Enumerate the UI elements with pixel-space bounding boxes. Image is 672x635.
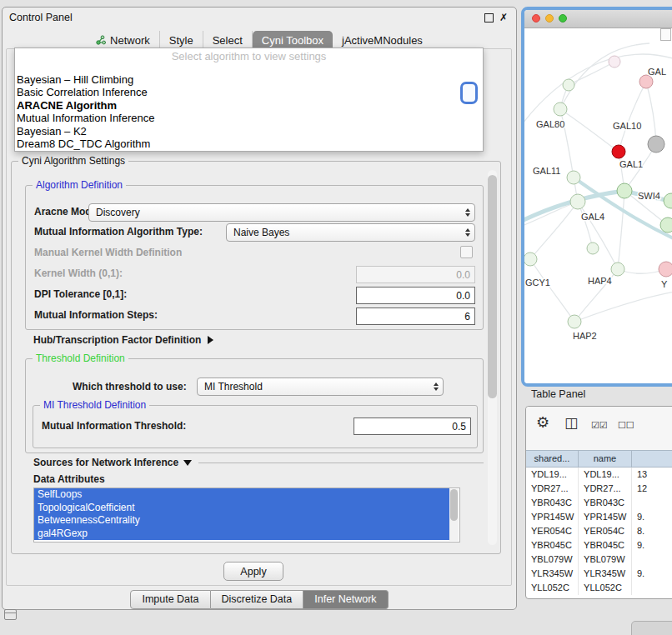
tab-style[interactable]: Style <box>160 31 203 49</box>
network-window-titlebar[interactable] <box>524 10 672 28</box>
network-node-y[interactable] <box>659 262 672 277</box>
mi-type-label: Mutual Information Algorithm Type: <box>34 226 203 238</box>
table-row[interactable]: YBR045CYBR045C9. <box>526 538 672 552</box>
network-node-gcy1[interactable] <box>524 252 537 266</box>
table-row[interactable]: YER054CYER054C8. <box>526 524 672 538</box>
attribute-item-betweennesscentrality[interactable]: BetweennessCentrality <box>34 514 449 528</box>
network-edge <box>560 109 619 152</box>
tab-jactivemnodules[interactable]: jActiveMNodules <box>333 31 432 49</box>
algorithm-definition-group: Algorithm Definition Aracne Mode: Discov… <box>25 185 484 330</box>
network-node-gal[interactable] <box>639 75 653 88</box>
minimize-traffic-light-icon[interactable] <box>545 14 554 22</box>
zoom-traffic-light-icon[interactable] <box>559 14 567 22</box>
network-node[interactable] <box>587 242 599 254</box>
bottom-tab-infer-network[interactable]: Infer Network <box>303 590 388 609</box>
bottom-tab-discretize-data[interactable]: Discretize Data <box>211 590 304 609</box>
data-attributes-label: Data Attributes <box>33 473 105 485</box>
dpi-tolerance-input[interactable] <box>356 287 475 304</box>
network-node-hap4[interactable] <box>611 262 624 276</box>
table-row[interactable]: YDR27...YDR27...12 <box>526 482 672 496</box>
network-node-gal11[interactable] <box>567 171 580 184</box>
attribute-item-gal4rgexp[interactable]: gal4RGexp <box>34 528 449 541</box>
settings-group-title: Cyni Algorithm Settings <box>18 155 128 167</box>
panel-title: Control Panel <box>9 12 73 23</box>
table-cell <box>632 581 672 595</box>
table-cell: YPR145W <box>579 510 632 524</box>
network-node[interactable] <box>609 56 620 68</box>
hub-definition-expander[interactable]: Hub/Transcription Factor Definition <box>33 333 213 347</box>
tab-network[interactable]: Network <box>87 31 160 49</box>
apply-button[interactable]: Apply <box>223 562 283 581</box>
table-panel-title: Table Panel <box>531 388 585 400</box>
table-row[interactable]: YLR345WYLR345W9. <box>526 567 672 581</box>
algorithm-option-aracne-algorithm[interactable]: ARACNE Algorithm <box>17 99 481 112</box>
list-scrollbar-thumb[interactable] <box>450 489 458 521</box>
table-row[interactable]: YBR043CYBR043C <box>526 496 672 510</box>
table-cell: 12 <box>632 482 672 496</box>
network-node-gal4[interactable] <box>570 194 585 209</box>
network-node[interactable] <box>563 79 574 91</box>
which-threshold-select[interactable]: MI Threshold <box>197 378 444 396</box>
network-edge <box>646 82 656 144</box>
kernel-width-input <box>356 266 475 283</box>
tab-label: Network <box>110 34 150 47</box>
mi-algorithm-type-select[interactable]: Naive Bayes <box>226 223 475 242</box>
tab-select[interactable]: Select <box>203 31 253 49</box>
mi-threshold-input[interactable] <box>354 418 471 435</box>
algorithm-definition-title: Algorithm Definition <box>33 179 126 191</box>
float-window-icon[interactable] <box>484 13 494 22</box>
table-row[interactable]: YBL079WYBL079W <box>526 552 672 567</box>
list-scrollbar[interactable] <box>449 489 459 541</box>
bottom-tab-impute-data[interactable]: Impute Data <box>130 590 210 609</box>
mi-threshold-definition-title: MI Threshold Definition <box>40 399 149 411</box>
column-header-col2[interactable] <box>632 451 672 467</box>
sources-expander[interactable]: Sources for Network Inference <box>33 456 484 469</box>
network-node[interactable] <box>648 136 664 152</box>
tab-label: Style <box>169 34 193 47</box>
obscured-button-fragment[interactable] <box>460 82 478 104</box>
data-attributes-list[interactable]: SelfLoopsTopologicalCoefficientBetweenne… <box>33 488 460 542</box>
settings-scrollbar-thumb[interactable] <box>488 175 497 398</box>
network-node-swi4[interactable] <box>664 193 672 208</box>
node-label-hap4: HAP4 <box>588 276 612 286</box>
gear-icon[interactable]: ⚙ <box>536 415 549 430</box>
close-traffic-light-icon[interactable] <box>532 14 540 22</box>
close-window-icon[interactable]: ✗ <box>499 12 508 22</box>
attribute-item-selfloops[interactable]: SelfLoops <box>34 488 449 502</box>
network-node-gal10[interactable] <box>612 145 625 158</box>
hub-definition-label: Hub/Transcription Factor Definition <box>33 334 201 346</box>
tab-label: Select <box>213 34 243 47</box>
algorithm-placeholder: Select algorithm to view settings <box>15 50 483 62</box>
settings-scrollbar[interactable] <box>488 170 497 545</box>
scrollbar-corner[interactable] <box>660 28 671 41</box>
table-cell: 9. <box>632 538 672 552</box>
table-row[interactable]: YPR145WYPR145W9. <box>526 510 672 524</box>
algorithm-option-bayesian-hill-climbing[interactable]: Bayesian – Hill Climbing <box>17 73 481 86</box>
aracne-mode-value: Discovery <box>96 207 140 218</box>
control-panel-titlebar[interactable]: Control Panel ✗ <box>3 8 516 28</box>
algorithm-option-mutual-information-inference[interactable]: Mutual Information Inference <box>17 112 481 124</box>
select-all-icon[interactable]: ☑☑ <box>591 421 608 430</box>
column-header-name[interactable]: name <box>579 451 632 467</box>
network-node-gal1[interactable] <box>617 183 632 198</box>
network-canvas[interactable]: GAL80GALGAL10GAL11GAL1SWI4GAL4GCY1HAP4YH… <box>524 28 672 383</box>
table-cell: YLL052C <box>579 581 632 595</box>
algorithm-option-bayesian-k2[interactable]: Bayesian – K2 <box>17 125 481 138</box>
table-row[interactable]: YDL19...YDL19...13 <box>526 468 672 482</box>
column-header-shared[interactable]: shared... <box>526 451 579 467</box>
aracne-mode-select[interactable]: Discovery <box>88 203 475 222</box>
algorithm-option-basic-correlation-inference[interactable]: Basic Correlation Inference <box>17 86 481 98</box>
network-node-hap2[interactable] <box>568 315 581 328</box>
mi-steps-input[interactable] <box>356 308 475 325</box>
table-row[interactable]: YLL052CYLL052C <box>526 581 672 595</box>
minimized-panel-icon[interactable] <box>4 609 17 620</box>
tab-cyni-toolbox[interactable]: Cyni Toolbox <box>253 31 333 49</box>
network-node[interactable] <box>660 218 672 232</box>
table-toolbar: ⚙◫☑☑☐☐ <box>526 407 672 451</box>
algorithm-option-dream8-dc-tdc-algorithm[interactable]: Dream8 DC_TDC Algorithm <box>17 138 481 150</box>
network-node-gal80[interactable] <box>554 102 567 116</box>
tab-label: jActiveMNodules <box>342 34 423 47</box>
columns-icon[interactable]: ◫ <box>564 416 578 430</box>
deselect-all-icon[interactable]: ☐☐ <box>618 421 634 430</box>
attribute-item-topologicalcoefficient[interactable]: TopologicalCoefficient <box>34 502 449 515</box>
